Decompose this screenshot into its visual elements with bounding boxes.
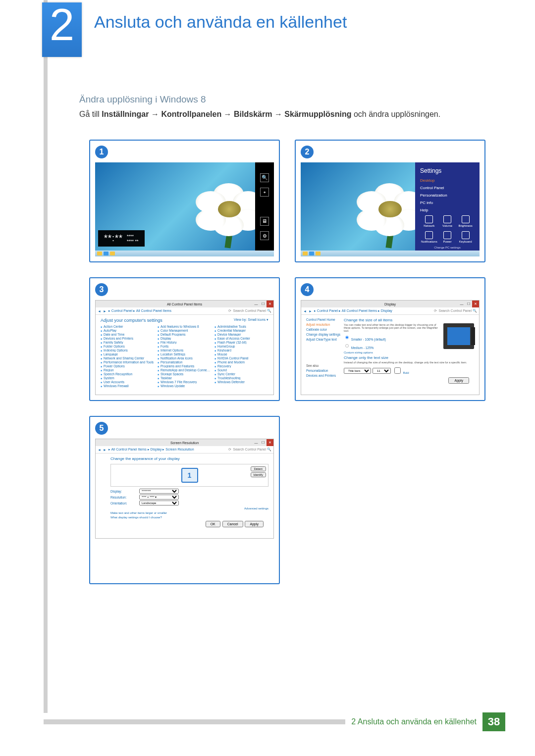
settings-item[interactable]: Help	[420, 208, 475, 212]
maximize-icon[interactable]: ☐	[260, 439, 267, 446]
taskbar-icons[interactable]	[303, 252, 321, 255]
settings-charm-icon[interactable]: ⚙	[260, 231, 269, 240]
forward-icon[interactable]: ►	[309, 309, 312, 313]
control-panel-item[interactable]: Notification Area Icons	[158, 356, 212, 360]
control-panel-item[interactable]: Credential Manager	[214, 329, 268, 332]
control-panel-item[interactable]: Personalization	[158, 360, 212, 364]
keyboard-icon[interactable]: Keyboard	[456, 231, 475, 243]
control-panel-item[interactable]: Troubleshooting	[214, 376, 268, 380]
custom-sizing-link[interactable]: Custom sizing options	[344, 351, 474, 354]
sidebar-item[interactable]: Calibrate color	[306, 328, 341, 331]
close-icon[interactable]: ✕	[267, 301, 273, 307]
search-charm-icon[interactable]: 🔍	[260, 173, 269, 182]
network-icon[interactable]: Network	[420, 215, 438, 227]
back-icon[interactable]: ◄	[303, 309, 307, 313]
detect-button[interactable]: Detect	[251, 466, 266, 471]
control-panel-item[interactable]: Ease of Access Center	[214, 337, 268, 340]
control-panel-item[interactable]: Location Settings	[158, 353, 212, 356]
control-panel-item[interactable]: Mouse	[214, 353, 268, 356]
item-select[interactable]: Title bars	[344, 368, 371, 374]
window-buttons[interactable]: — ☐ ✕	[253, 301, 273, 307]
control-panel-item[interactable]: Sound	[214, 368, 268, 372]
devices-charm-icon[interactable]: 🖥	[260, 217, 269, 226]
control-panel-item[interactable]: Performance Information and Tools	[101, 360, 155, 364]
maximize-icon[interactable]: ☐	[260, 301, 267, 307]
text-size-link[interactable]: Make text and other items larger or smal…	[110, 511, 268, 514]
orientation-select[interactable]: Landscape	[139, 501, 179, 505]
advanced-settings-link[interactable]: Advanced settings	[110, 507, 268, 510]
seealso-item[interactable]: Devices and Printers	[306, 374, 341, 377]
forward-icon[interactable]: ►	[103, 309, 107, 313]
control-panel-item[interactable]: Folder Options	[101, 345, 155, 348]
notifications-icon[interactable]: Notifications	[420, 231, 438, 243]
breadcrumb[interactable]: ◄ ► ▸ Control Panel ▸ All Control Panel …	[301, 307, 479, 315]
search-field[interactable]: ⟳ Search Control Panel 🔍	[434, 309, 477, 313]
monitor-icon[interactable]: 1	[181, 468, 198, 483]
charms-bar[interactable]: 🔍 ⚬ 🖥 ⚙	[255, 162, 274, 251]
view-by[interactable]: View by: Small icons ▾	[234, 318, 268, 322]
window-buttons[interactable]: — ☐ ✕	[253, 439, 273, 446]
breadcrumb[interactable]: ◄ ► ▸ Control Panel ▸ All Control Panel …	[96, 307, 273, 315]
control-panel-item[interactable]: Keyboard	[214, 349, 268, 352]
control-panel-item[interactable]: Sync Center	[214, 372, 268, 376]
control-panel-item[interactable]: Windows Update	[158, 384, 212, 388]
back-icon[interactable]: ◄	[98, 309, 101, 313]
sidebar-item[interactable]: Change display settings	[306, 333, 341, 336]
settings-item[interactable]: Personalization	[420, 193, 475, 198]
breadcrumb[interactable]: ◄ ► ▸ All Control Panel Items ▸ Display …	[96, 446, 273, 454]
control-panel-item[interactable]: Phone and Modem	[214, 360, 268, 364]
forward-icon[interactable]: ►	[103, 448, 107, 452]
breadcrumb-path[interactable]: ▸ All Control Panel Items ▸ Display ▸ Sc…	[108, 448, 194, 452]
control-panel-item[interactable]: Color Management	[158, 329, 212, 332]
sidebar-item[interactable]: Adjust resolution	[306, 323, 341, 326]
control-panel-item[interactable]: Add features to Windows 8	[158, 325, 212, 328]
bold-checkbox[interactable]: Bold	[392, 366, 409, 375]
settings-item[interactable]: PC info	[420, 201, 475, 205]
control-panel-item[interactable]: Family Safety	[101, 341, 155, 344]
control-panel-item[interactable]: Action Center	[101, 325, 155, 328]
control-panel-item[interactable]: Windows 7 File Recovery	[158, 380, 212, 384]
power-icon[interactable]: Power	[438, 231, 457, 243]
control-panel-item[interactable]: Power Options	[101, 364, 155, 368]
control-panel-item[interactable]: Flash Player (32-bit)	[214, 341, 268, 344]
control-panel-item[interactable]: Programs and Features	[158, 364, 212, 368]
cancel-button[interactable]: Cancel	[222, 521, 243, 527]
control-panel-item[interactable]: NVIDIA Control Panel	[214, 356, 268, 360]
taskbar[interactable]	[95, 251, 274, 256]
control-panel-item[interactable]: Language	[101, 353, 155, 356]
minimize-icon[interactable]: —	[458, 301, 465, 307]
control-panel-item[interactable]: Default Programs	[158, 333, 212, 336]
control-panel-item[interactable]: Internet Options	[158, 349, 212, 352]
ok-button[interactable]: OK	[206, 521, 220, 527]
control-panel-item[interactable]: Recovery	[214, 364, 268, 368]
control-panel-item[interactable]: System	[101, 376, 155, 380]
seealso-item[interactable]: Personalization	[306, 369, 341, 372]
control-panel-item[interactable]: Device Manager	[214, 333, 268, 336]
text-size-controls[interactable]: Title bars 11 Bold	[344, 366, 474, 375]
control-panel-item[interactable]: User Accounts	[101, 380, 155, 384]
identify-button[interactable]: Identify	[251, 472, 266, 477]
control-panel-item[interactable]: Administrative Tools	[214, 325, 268, 328]
apply-button[interactable]: Apply	[448, 377, 469, 384]
control-panel-item[interactable]: Fonts	[158, 345, 212, 348]
breadcrumb-path[interactable]: ▸ Control Panel ▸ All Control Panel Item…	[108, 309, 171, 313]
search-field[interactable]: ⟳ Search Control Panel 🔍	[228, 448, 271, 452]
sidebar-item[interactable]: Adjust ClearType text	[306, 338, 341, 341]
window-buttons[interactable]: — ☐ ✕	[458, 301, 479, 307]
display-select[interactable]: ********	[139, 489, 179, 494]
start-charm-icon[interactable]	[260, 202, 269, 211]
apply-button[interactable]: Apply	[245, 521, 264, 527]
close-icon[interactable]: ✕	[472, 301, 479, 307]
control-panel-item[interactable]: File History	[158, 341, 212, 344]
control-panel-item[interactable]: RemoteApp and Desktop Connections	[158, 368, 212, 372]
close-icon[interactable]: ✕	[267, 439, 273, 446]
breadcrumb-path[interactable]: ▸ Control Panel ▸ All Control Panel Item…	[314, 309, 392, 313]
control-panel-item[interactable]: Network and Sharing Center	[101, 356, 155, 360]
change-pc-settings[interactable]: Change PC settings	[420, 246, 475, 249]
control-panel-item[interactable]: Date and Time	[101, 333, 155, 336]
settings-item[interactable]: Desktop	[420, 178, 475, 183]
share-charm-icon[interactable]: ⚬	[260, 188, 269, 197]
sidebar-item[interactable]: Control Panel Home	[306, 318, 341, 321]
control-panel-item[interactable]: Speech Recognition	[101, 372, 155, 376]
settings-item[interactable]: Control Panel	[420, 186, 475, 190]
